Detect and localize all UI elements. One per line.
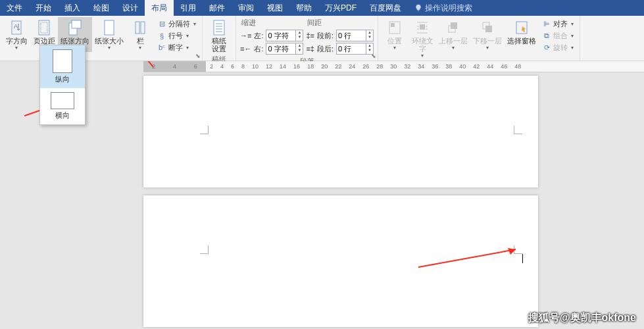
tab-view[interactable]: 视图	[260, 0, 289, 16]
tab-wxpdf[interactable]: 万兴PDF	[318, 0, 363, 16]
text-direction-button[interactable]: A 字方向▾	[3, 17, 30, 52]
tab-review[interactable]: 审阅	[232, 0, 260, 16]
paragraph-launcher[interactable]: ⬊	[371, 53, 376, 59]
position-button: 位置▾	[381, 17, 409, 52]
columns-icon	[132, 18, 148, 37]
manuscript-settings-button[interactable]: 稿纸 设置	[205, 17, 233, 54]
svg-rect-11	[391, 23, 395, 27]
group-manuscript: 稿纸 设置 稿纸	[203, 16, 236, 61]
watermark-text: 搜狐号@奥凯丰okfone	[528, 311, 636, 325]
page-setup-launcher[interactable]: ⬊	[195, 53, 201, 59]
group-button: ⧉组合▾	[540, 30, 576, 41]
group-paragraph: 缩进 →≡ 左: ▲▼ ≡← 右: ▲▼ 间距 ‡≡ 段前: ▲▼ ≡‡ 段后:	[236, 16, 378, 61]
tell-me-label: 操作说明搜索	[425, 3, 472, 14]
spin-up[interactable]: ▲	[296, 30, 303, 35]
svg-text:A: A	[14, 23, 18, 30]
lightbulb-icon	[414, 4, 422, 12]
portrait-icon	[53, 49, 72, 73]
margins-icon	[36, 18, 52, 37]
space-before-label: 段前:	[317, 31, 334, 41]
landscape-label: 横向	[55, 111, 70, 120]
spin-up[interactable]: ▲	[366, 43, 373, 48]
spin-down[interactable]: ▼	[296, 48, 303, 53]
tab-layout[interactable]: 布局	[145, 0, 174, 16]
tab-baidu[interactable]: 百度网盘	[363, 0, 408, 16]
indent-left-input[interactable]	[266, 30, 295, 41]
orientation-icon	[67, 18, 83, 37]
bring-forward-button: 上移一层▾	[436, 17, 470, 52]
indent-right-input[interactable]	[266, 43, 295, 54]
horizontal-ruler[interactable]: 246 246810121416182022242628303234363840…	[143, 61, 644, 72]
svg-rect-7	[136, 22, 139, 34]
size-label: 纸张大小	[95, 37, 124, 45]
space-after-label: 段后:	[317, 44, 334, 54]
margins-label: 页边距	[34, 37, 55, 45]
space-after-spin[interactable]: ▲▼	[336, 43, 374, 55]
tab-help[interactable]: 帮助	[289, 0, 318, 16]
orientation-landscape-item[interactable]: 横向	[40, 88, 85, 124]
size-button[interactable]: 纸张大小▾	[92, 17, 126, 52]
columns-label: 栏	[137, 37, 144, 45]
send-backward-button: 下移一层▾	[470, 17, 505, 52]
svg-rect-3	[41, 22, 47, 33]
margin-corner-icon	[514, 245, 522, 254]
hyphenation-icon: bᶜ	[157, 43, 166, 53]
align-button[interactable]: ⊫对齐▾	[540, 18, 576, 30]
indent-left-icon: →≡	[240, 32, 251, 39]
group-page-setup: A 字方向▾ 页边距▾ 纸张方向▾ 纸张大小▾	[0, 16, 203, 61]
spin-up[interactable]: ▲	[366, 30, 373, 35]
indent-left-spin[interactable]: ▲▼	[266, 30, 303, 41]
indent-right-icon: ≡←	[240, 45, 251, 53]
text-cursor	[522, 254, 523, 263]
selection-pane-icon	[514, 18, 530, 37]
orientation-dropdown: 纵向 横向	[39, 45, 86, 125]
svg-rect-6	[105, 20, 114, 35]
tell-me-search[interactable]: 操作说明搜索	[414, 3, 472, 14]
space-after-input[interactable]	[337, 43, 366, 54]
indent-right-spin[interactable]: ▲▼	[266, 43, 303, 55]
space-before-input[interactable]	[337, 30, 366, 41]
svg-rect-5	[72, 20, 81, 28]
svg-rect-8	[141, 22, 145, 34]
text-direction-icon: A	[9, 18, 24, 37]
spin-down[interactable]: ▼	[366, 35, 373, 39]
line-numbers-button[interactable]: §行号▾	[155, 30, 198, 41]
page-size-icon	[101, 18, 117, 37]
tab-references[interactable]: 引用	[174, 0, 203, 16]
indent-right-label: 右:	[254, 44, 263, 54]
spin-up[interactable]: ▲	[296, 43, 303, 48]
tab-insert[interactable]: 插入	[58, 0, 87, 16]
wrap-text-button: 环绕文 字▾	[409, 17, 436, 60]
tab-mailings[interactable]: 邮件	[203, 0, 232, 16]
backward-icon	[480, 18, 495, 37]
indent-left-label: 左:	[254, 31, 263, 41]
position-icon	[387, 18, 403, 37]
ribbon: A 字方向▾ 页边距▾ 纸张方向▾ 纸张大小▾	[0, 16, 644, 61]
forward-icon	[445, 18, 461, 37]
space-before-spin[interactable]: ▲▼	[336, 30, 374, 41]
rotate-icon: ⟳	[542, 43, 551, 53]
group-icon: ⧉	[542, 32, 551, 41]
document-page-1[interactable]	[143, 76, 538, 188]
hyphenation-button[interactable]: bᶜ断字▾	[155, 42, 198, 53]
svg-rect-9	[214, 20, 224, 35]
columns-button[interactable]: 栏▾	[126, 17, 154, 52]
margin-corner-icon	[200, 245, 209, 254]
indent-heading: 缩进	[239, 17, 305, 28]
tab-draw[interactable]: 绘图	[87, 0, 116, 16]
margin-corner-icon	[200, 126, 209, 134]
svg-rect-12	[420, 24, 425, 30]
spin-down[interactable]: ▼	[366, 48, 373, 53]
document-page-2[interactable]	[143, 195, 538, 327]
tab-design[interactable]: 设计	[116, 0, 145, 16]
spin-down[interactable]: ▼	[296, 35, 303, 39]
selection-pane-button[interactable]: 选择窗格	[505, 17, 539, 46]
tab-home[interactable]: 开始	[29, 0, 58, 16]
breaks-button[interactable]: ⊟分隔符▾	[155, 18, 198, 30]
line-numbers-icon: §	[157, 32, 166, 41]
orientation-portrait-item[interactable]: 纵向	[40, 45, 85, 88]
rotate-button: ⟳旋转▾	[540, 42, 576, 53]
tab-file[interactable]: 文件	[0, 0, 29, 16]
group-arrange: 位置▾ 环绕文 字▾ 上移一层▾ 下移一层▾ 选择窗格 ⊫对齐▾ ⧉组合▾	[378, 16, 580, 61]
wrap-icon	[414, 18, 430, 37]
